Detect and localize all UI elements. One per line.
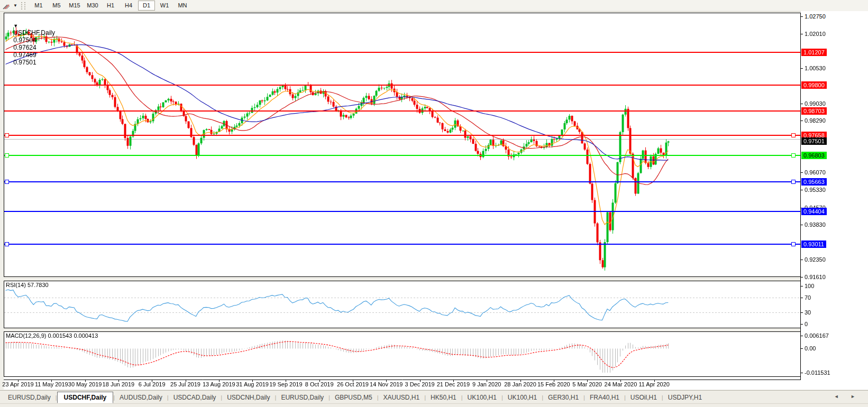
- axis-tick-mark: [801, 298, 803, 298]
- tab-usoil-h1[interactable]: USOil,H1: [626, 392, 662, 403]
- axis-tick-mark: [801, 16, 803, 17]
- price-axis-tick-label: 0.92350: [805, 256, 826, 263]
- rsi-indicator-label: RSI(14) 57.7830: [6, 282, 49, 288]
- timeframe-button-h1[interactable]: H1: [102, 1, 119, 11]
- axis-tick-mark: [801, 34, 803, 34]
- tool-dropdown-caret-icon[interactable]: ▼: [12, 3, 19, 8]
- date-axis-label: 5 Mar 2020: [572, 381, 602, 387]
- date-axis-label: 18 Jun 2019: [103, 381, 135, 387]
- level-price-tag: 0.95663: [801, 178, 827, 186]
- price-axis-tick-label: 100: [805, 282, 814, 290]
- timeframe-button-w1[interactable]: W1: [156, 1, 173, 11]
- price-axis-tick-label: 0.006167: [805, 332, 829, 339]
- chart-collapse-icon[interactable]: ▼: [13, 23, 18, 29]
- date-axis-label: 23 Apr 2019: [2, 381, 33, 387]
- macd-indicator-label: MACD(12,26,9) 0.001543 0.000413: [6, 332, 98, 339]
- level-price-tag: 0.93011: [801, 240, 826, 248]
- level-price-tag: 0.99800: [801, 81, 827, 89]
- date-axis-label: 26 Oct 2019: [337, 381, 369, 387]
- date-axis-label: 13 Aug 2019: [203, 381, 235, 387]
- price-axis-tick-label: 30: [805, 309, 811, 316]
- date-axis-label: 24 Mar 2020: [605, 381, 637, 387]
- chart-title: ▼ USDCHF,Daily 0.97504 0.97624 0.97469 0…: [6, 14, 57, 73]
- axis-tick-mark: [801, 286, 803, 286]
- current-price-tag: 0.97501: [801, 137, 827, 145]
- timeframe-buttons: M1M5M15M30H1H4D1W1MN: [30, 1, 191, 11]
- date-axis-label: 31 Aug 2019: [236, 381, 269, 387]
- date-axis-label: 25 Jul 2019: [170, 381, 200, 387]
- date-axis-label: 6 Jul 2019: [139, 381, 166, 387]
- tabs-scroll-left-icon[interactable]: ◄: [834, 394, 844, 399]
- price-axis-tick-label: 1.02010: [805, 30, 826, 38]
- date-axis-label: 9 Jan 2020: [472, 381, 501, 387]
- price-axis-tick-label: -0.011531: [805, 369, 830, 376]
- date-axis-label: 11 Apr 2020: [638, 381, 670, 387]
- timeframe-button-h4[interactable]: H4: [120, 1, 137, 11]
- axis-tick-mark: [801, 104, 803, 104]
- axis-tick-mark: [801, 348, 803, 349]
- tab-hk50-h1[interactable]: HK50,H1: [426, 392, 461, 403]
- ohlc-low: 0.97469: [13, 51, 36, 59]
- tab-ger30-h1[interactable]: GER30,H1: [543, 392, 583, 403]
- price-axis-tick-label: 1.02750: [805, 13, 826, 20]
- axis-tick-mark: [801, 225, 803, 225]
- tab-eurusd-daily[interactable]: EURUSD,Daily: [3, 392, 56, 403]
- ohlc-high: 0.97624: [13, 44, 36, 51]
- chart-tabs: EURUSD,Daily|USDCHF,Daily|AUDUSD,Daily|U…: [3, 392, 707, 403]
- tab-xauusd-h1[interactable]: XAUUSD,H1: [378, 392, 424, 403]
- chart-symbol-label: USDCHF,Daily: [13, 29, 55, 36]
- timeframe-button-m5[interactable]: M5: [48, 1, 65, 11]
- timeframe-toolbar: ▼ M1M5M15M30H1H4D1W1MN: [0, 0, 868, 12]
- tab-uk100-h1[interactable]: UK100,H1: [463, 392, 501, 403]
- timeframe-button-d1[interactable]: D1: [138, 1, 155, 11]
- tab-usdjpy-h1[interactable]: USDJPY,H1: [663, 392, 707, 403]
- window-bottom-edge: [0, 403, 868, 407]
- tab-audusd-daily[interactable]: AUDUSD,Daily: [115, 392, 167, 403]
- timeframe-button-m15[interactable]: M15: [66, 1, 83, 11]
- tab-gbpusd-m5[interactable]: GBPUSD,M5: [330, 392, 377, 403]
- tab-usdcad-daily[interactable]: USDCAD,Daily: [169, 392, 221, 403]
- date-axis-label: 30 May 2019: [68, 381, 102, 387]
- tab-uk100-h1[interactable]: UK100,H1: [503, 392, 542, 403]
- axis-tick-mark: [801, 277, 803, 278]
- price-axis-tick-label: 0: [805, 320, 808, 328]
- date-axis-label: 15 Feb 2020: [537, 381, 570, 387]
- date-axis-label: 14 Nov 2019: [370, 381, 403, 387]
- timeframe-button-m30[interactable]: M30: [84, 1, 101, 11]
- price-axis-tick-label: 0.91610: [805, 273, 826, 281]
- tab-fra40-h1[interactable]: FRA40,H1: [585, 392, 624, 403]
- tabs-scroll-right-icon[interactable]: ►: [851, 394, 861, 399]
- timeframe-button-m1[interactable]: M1: [30, 1, 47, 11]
- toolbar-drag-grip[interactable]: [21, 2, 25, 10]
- tab-usdcnh-daily[interactable]: USDCNH,Daily: [222, 392, 275, 403]
- price-axis-tick-label: 0.00: [805, 345, 816, 352]
- axis-tick-mark: [801, 121, 803, 121]
- drawing-tool-icon[interactable]: [1, 2, 12, 10]
- axis-tick-mark: [801, 336, 803, 336]
- price-axis-tick-label: 1.00530: [805, 64, 826, 72]
- date-axis-label: 3 Dec 2019: [405, 381, 434, 387]
- date-axis-label: 21 Dec 2019: [437, 381, 470, 387]
- price-axis-tick-label: 0.93830: [805, 221, 826, 228]
- tab-eurusd-daily[interactable]: EURUSD,Daily: [276, 392, 328, 403]
- price-axis-tick-label: 70: [805, 294, 811, 301]
- axis-tick-mark: [801, 324, 803, 325]
- level-price-tag: 1.01207: [801, 49, 827, 56]
- price-axis-tick-label: 0.95330: [805, 186, 826, 193]
- level-price-tag: 0.96803: [801, 152, 827, 159]
- axis-tick-mark: [801, 190, 803, 190]
- price-axis-tick-label: 0.99030: [805, 100, 826, 107]
- price-axis-tick-label: 0.96070: [805, 169, 826, 176]
- axis-tick-mark: [801, 172, 803, 173]
- axis-tick-mark: [801, 260, 803, 260]
- ohlc-open: 0.97504: [13, 36, 36, 44]
- terminal-window: ▼ M1M5M15M30H1H4D1W1MN ▼ USDCHF,Daily 0.…: [0, 0, 868, 407]
- date-axis-label: 28 Jan 2020: [504, 381, 536, 387]
- tab-usdchf-daily[interactable]: USDCHF,Daily: [57, 392, 114, 403]
- price-chart-canvas[interactable]: [4, 13, 801, 390]
- chart-tab-bar: EURUSD,Daily|USDCHF,Daily|AUDUSD,Daily|U…: [0, 390, 868, 404]
- level-price-tag: 0.98703: [801, 107, 827, 115]
- timeframe-button-mn[interactable]: MN: [174, 1, 191, 11]
- ohlc-close: 0.97501: [13, 59, 36, 66]
- axis-tick-mark: [801, 373, 803, 373]
